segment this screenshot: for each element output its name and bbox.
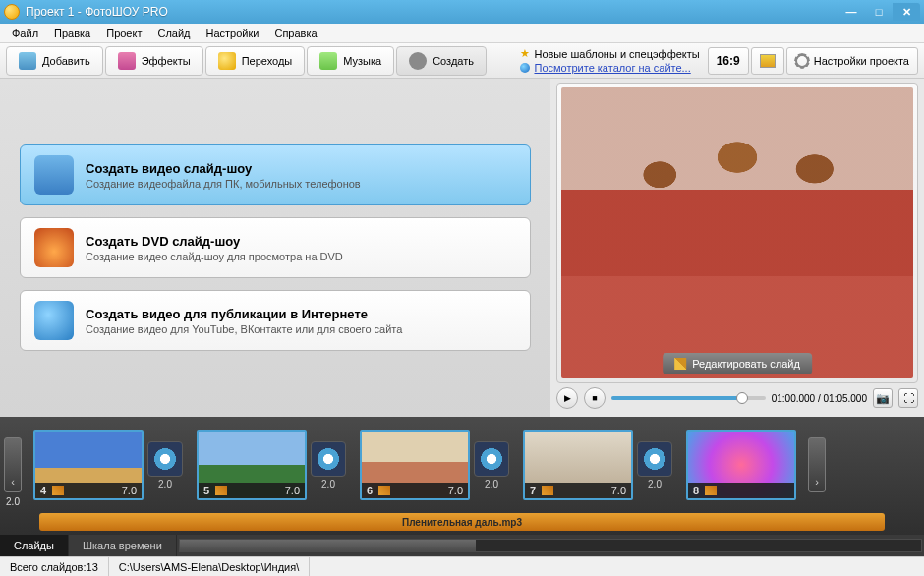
menu-bar: Файл Правка Проект Слайд Настройки Справ… bbox=[0, 24, 924, 43]
project-settings-button[interactable]: Настройки проекта bbox=[786, 47, 918, 75]
globe-icon bbox=[34, 301, 74, 340]
timeline-prev-button[interactable]: ‹2.0 bbox=[4, 437, 22, 492]
menu-file[interactable]: Файл bbox=[4, 26, 46, 41]
clip-4[interactable]: 47.0 2.0 bbox=[33, 430, 185, 500]
transition-icon bbox=[637, 441, 672, 477]
main-toolbar: Добавить Эффекты Переходы Музыка Создать… bbox=[0, 43, 924, 79]
transition-button[interactable]: 2.0 bbox=[145, 430, 185, 500]
aspect-ratio-button[interactable]: 16:9 bbox=[708, 47, 749, 75]
status-bar: Всего слайдов: 13 C:\Users\AMS-Elena\Des… bbox=[0, 556, 924, 576]
timeline-tab-timeline[interactable]: Шкала времени bbox=[69, 535, 177, 556]
playback-controls: ▶ ■ 01:00.000 / 01:05.000 📷 ⛶ bbox=[556, 383, 918, 413]
info-catalog-link[interactable]: Посмотрите каталог на сайте... bbox=[534, 62, 690, 74]
color-chip-icon bbox=[760, 54, 776, 68]
timeline-next-button[interactable]: › bbox=[808, 437, 826, 492]
clip-7[interactable]: 77.0 2.0 bbox=[523, 430, 674, 500]
pencil-icon[interactable] bbox=[378, 486, 390, 495]
pencil-icon[interactable] bbox=[542, 486, 553, 495]
stop-button[interactable]: ■ bbox=[584, 387, 606, 409]
dvd-icon bbox=[34, 228, 74, 267]
effects-icon bbox=[118, 52, 136, 70]
transition-button[interactable]: 2.0 bbox=[635, 430, 674, 500]
transition-button[interactable]: 2.0 bbox=[309, 430, 348, 500]
add-icon bbox=[19, 52, 36, 70]
edit-slide-button[interactable]: Редактировать слайд bbox=[663, 353, 812, 374]
menu-edit[interactable]: Правка bbox=[46, 26, 98, 41]
maximize-button[interactable]: □ bbox=[865, 3, 893, 21]
video-icon bbox=[34, 155, 74, 195]
star-icon bbox=[218, 52, 236, 70]
title-bar: Проект 1 - ФотоШОУ PRO — □ ✕ bbox=[0, 0, 924, 24]
preview-panel: Редактировать слайд ▶ ■ 01:00.000 / 01:0… bbox=[550, 79, 924, 417]
clip-5[interactable]: 57.0 2.0 bbox=[197, 430, 348, 500]
menu-help[interactable]: Справка bbox=[266, 26, 324, 41]
gear-icon bbox=[795, 54, 809, 68]
progress-slider[interactable] bbox=[611, 396, 766, 400]
window-title: Проект 1 - ФотоШОУ PRO bbox=[26, 5, 837, 19]
minimize-button[interactable]: — bbox=[837, 3, 865, 21]
tab-music[interactable]: Музыка bbox=[307, 46, 394, 76]
pencil-icon bbox=[674, 358, 686, 370]
preview-viewport: Редактировать слайд bbox=[556, 83, 918, 383]
audio-track[interactable]: Пленительная даль.mp3 bbox=[39, 513, 885, 531]
pencil-icon[interactable] bbox=[52, 486, 64, 495]
info-templates: Новые шаблоны и спецэффекты bbox=[534, 48, 699, 60]
status-path: C:\Users\AMS-Elena\Desktop\Индия\ bbox=[109, 557, 311, 576]
info-box: ★Новые шаблоны и спецэффекты Посмотрите … bbox=[520, 47, 699, 74]
transition-icon bbox=[474, 441, 509, 477]
option-create-video[interactable]: Создать видео слайд-шоуСоздание видеофай… bbox=[20, 144, 531, 205]
pencil-icon[interactable] bbox=[215, 486, 227, 495]
pencil-icon[interactable] bbox=[705, 486, 717, 495]
status-slide-count: Всего слайдов: 13 bbox=[0, 557, 109, 576]
tab-effects[interactable]: Эффекты bbox=[105, 46, 203, 76]
tab-create[interactable]: Создать bbox=[396, 46, 487, 76]
menu-project[interactable]: Проект bbox=[98, 26, 149, 41]
clip-8[interactable]: 8 bbox=[686, 430, 796, 500]
transition-icon bbox=[311, 441, 346, 477]
create-icon bbox=[409, 52, 427, 70]
timeline-scrollbar[interactable] bbox=[177, 535, 924, 556]
transition-button[interactable]: 2.0 bbox=[472, 430, 511, 500]
music-icon bbox=[319, 52, 337, 70]
create-options-panel: Создать видео слайд-шоуСоздание видеофай… bbox=[0, 79, 550, 417]
option-create-dvd[interactable]: Создать DVD слайд-шоуСоздание видео слай… bbox=[20, 217, 531, 278]
timeline: ‹2.0 47.0 2.0 57.0 2.0 67.0 2.0 77.0 2.0… bbox=[0, 417, 924, 556]
tab-add[interactable]: Добавить bbox=[6, 46, 103, 76]
transition-icon bbox=[147, 441, 183, 477]
app-icon bbox=[4, 4, 20, 20]
progress-thumb[interactable] bbox=[736, 392, 748, 404]
timeline-track: ‹2.0 47.0 2.0 57.0 2.0 67.0 2.0 77.0 2.0… bbox=[0, 417, 924, 513]
snapshot-button[interactable]: 📷 bbox=[873, 388, 893, 408]
time-display: 01:00.000 / 01:05.000 bbox=[772, 393, 867, 404]
close-button[interactable]: ✕ bbox=[893, 3, 920, 21]
star-icon: ★ bbox=[520, 47, 530, 60]
clip-6[interactable]: 67.0 2.0 bbox=[360, 430, 511, 500]
menu-settings[interactable]: Настройки bbox=[199, 26, 267, 41]
color-button[interactable] bbox=[751, 47, 784, 75]
timeline-tab-slides[interactable]: Слайды bbox=[0, 535, 69, 556]
play-button[interactable]: ▶ bbox=[556, 387, 578, 409]
preview-image bbox=[561, 87, 913, 378]
menu-slide[interactable]: Слайд bbox=[149, 26, 198, 41]
fullscreen-button[interactable]: ⛶ bbox=[898, 388, 918, 408]
tab-transitions[interactable]: Переходы bbox=[205, 46, 306, 76]
globe-icon bbox=[520, 63, 530, 73]
option-create-web[interactable]: Создать видео для публикации в Интернете… bbox=[20, 290, 531, 351]
